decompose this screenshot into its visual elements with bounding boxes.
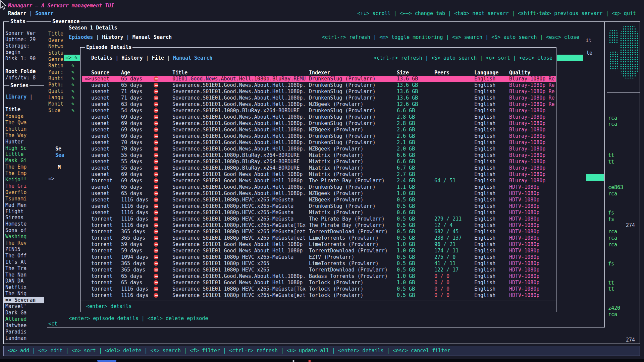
series-item[interactable]: Hunter [5,139,23,145]
release-row[interactable]: usenet69 daysSeverance.S01E01.Good.News.… [82,127,556,133]
release-row[interactable]: torrent59 daysSeverance S01E01 Good News… [82,248,556,254]
series-item[interactable]: Netflix [5,284,26,291]
release-row[interactable]: usenet1116 daysSeverance.S01E01.1080p.HE… [82,197,556,203]
release-row[interactable]: torrent65 daysSeverance.S01E01.Good.News… [82,273,556,280]
release-row[interactable]: usenet69 daysSeverance.S01E01.Good.News.… [82,114,556,120]
series-item[interactable]: Sirens [5,215,23,221]
underlay-fragment: rca [608,235,617,241]
tab-history[interactable]: History [102,34,123,40]
series-item[interactable]: The Emp [5,170,26,177]
release-row[interactable]: usenet71 daysSeverance.S01E01.Good.News.… [82,95,556,101]
cell-ttl: Severance.S01E01.1080p.BluRay.x264-BORDU… [172,165,308,171]
release-row[interactable]: usenet65 daysSeverance.S01E01.Good.News.… [82,184,556,190]
tab-manual-search[interactable]: Manual Search [132,34,172,40]
tab-history[interactable]: History [121,55,143,61]
cell-age: 1116 days [121,209,148,216]
series-item[interactable]: Paradis [5,329,26,335]
underlay-fragment: fs [608,261,614,267]
cell-idx: DrunkenSlug (Prowlarr) [309,133,393,139]
release-row[interactable]: usenet69 daysSeverance.S01E01.Good.News.… [82,120,556,127]
release-row[interactable]: usenet55 daysSeverance.S01E01.1080p.BluR… [82,165,556,171]
tab-file[interactable]: File [152,55,164,61]
release-row[interactable]: usenet65 daysSeverance.S01E01.Good.News.… [82,190,556,197]
release-row[interactable]: torrent65 daysSeverance S01E01 Good News… [82,280,556,286]
series-item[interactable]: The Emp [5,164,26,170]
release-row[interactable]: torrent365 daysSeverance S01E01 1080p HE… [82,267,556,273]
release-row[interactable]: torrent1116 daysSeverance S01E01 1080p H… [82,286,556,292]
series-item[interactable]: Dark Ga [5,310,26,316]
series-item[interactable]: Sons of [5,227,26,234]
series-item[interactable]: The Tra [5,265,26,272]
release-row[interactable]: usenet1116 daysSeverance.S01E01.1080p.HE… [82,209,556,216]
tab-library[interactable]: Library [5,94,26,100]
underlay-fragment: le [586,50,592,56]
series-item[interactable]: DAN DA [5,278,23,284]
series-item[interactable]: It's Al [5,259,26,265]
series-item[interactable]: Mad Men [5,202,26,208]
stats-line: Uptime: 29 [5,37,36,43]
cell-ttl: Severance S01E01 Good News About Hell 10… [172,241,308,248]
series-item[interactable]: Mask Gi [5,158,26,164]
series-item[interactable]: Yosuga [5,113,23,120]
series-item[interactable]: The Way [5,132,26,139]
release-row[interactable]: torrent365 daysSeverance S01E01 1080p HE… [82,229,556,235]
series-item[interactable]: PEN15 [5,246,20,253]
release-row[interactable]: usenet54 daysSeverance.S01E01.1080p.BluR… [82,108,556,114]
cell-siz: 2.7 GB [397,171,415,178]
series-item[interactable]: Overflo [5,189,26,196]
series-item[interactable]: Little [5,151,23,158]
series-item[interactable]: Flight [5,208,23,215]
cell-siz: 0.5 GB [397,254,415,260]
series-field-label: Title [48,31,64,37]
series-item[interactable]: The Gri [5,183,26,189]
series-item[interactable]: Keijo!! [5,177,26,183]
series-item[interactable]: Chillin [5,126,26,132]
release-row[interactable]: torrent1116 daysSeverance S01E01 1080p H… [82,216,556,222]
series-item[interactable]: The Off [5,253,26,259]
series-item[interactable]: Tsunami [5,196,26,202]
release-row[interactable]: usenet69 daysSeverance.S01E01.Good.News.… [82,133,556,139]
release-row[interactable]: usenet70 daysSeverance.S01E01.Good.News.… [82,146,556,152]
release-row[interactable]: torrent59 daysSeverance S01E01 Good News… [82,241,556,248]
series-item[interactable]: Batwhee [5,322,26,329]
release-row[interactable]: torrent1116 daysSeverance.S01E01.1080p.H… [82,222,556,229]
series-item[interactable]: The Nig [5,291,26,297]
selected-episode-row-highlight[interactable]: => ✎ [64,55,80,61]
release-row[interactable]: usenet65 daysSeverance.S01E01.Good.News.… [82,82,556,88]
release-row[interactable]: usenet71 daysSeverance.S01E01.Good.News.… [82,88,556,95]
series-item[interactable]: The Rev [5,240,26,246]
series-item[interactable]: Washing [5,234,26,240]
cell-ttl: Severance S01E01 1080p HEVC x265 MeGusta… [172,235,308,241]
release-row[interactable]: torrent1094 daysSeverance S01E01 1080p H… [82,254,556,260]
tab-sonarr[interactable]: Sonarr [35,10,53,16]
series-item[interactable]: Homeste [5,221,26,227]
cell-idx: LimeTorrents (Prowlarr) [309,260,393,267]
underlay-fragment: rca [608,229,617,235]
release-row[interactable]: torrent365 daysSeverance S01E01 1080p HE… [82,260,556,267]
tab-episodes[interactable]: Episodes [69,34,93,40]
release-row[interactable]: torrent365 daysSeverance S01E01 1080p HE… [82,235,556,241]
series-item[interactable]: High Sc [5,145,26,152]
series-item[interactable]: Marvel' [5,303,26,310]
stats-line: Sonarr Ver [5,30,36,37]
release-row[interactable]: usenet63 daysSeverance.S01E01.Good.News.… [82,101,556,108]
release-row[interactable]: usenet70 daysSeverance.S01E01.Good.News.… [82,139,556,146]
series-item[interactable]: The Qwa [5,120,26,126]
release-row[interactable]: usenet55 daysSeverance.S01E01.1080p.BluR… [82,152,556,159]
release-row[interactable]: usenet55 daysSeverance.S01E01.1080p.BluR… [82,159,556,165]
tab-details[interactable]: Details [91,55,112,61]
cell-src: usenet [91,171,109,178]
release-row[interactable]: torrent69 daysSeverance S01E01 Good News… [82,178,556,184]
series-item[interactable]: Landman [5,335,26,342]
release-row[interactable]: usenet69 daysSeverance S01E01 Good News … [82,171,556,178]
series-item[interactable]: The Nan [5,272,26,278]
tab-manual-search[interactable]: Manual Search [173,55,212,61]
release-row[interactable]: torrent1116 daysSeverance S01E01 1080p H… [82,292,556,299]
series-item[interactable]: Altered [5,316,26,322]
cell-lng: English [474,133,495,139]
series-item[interactable]: => Severan [5,297,36,303]
release-row[interactable]: usenet1116 daysSeverance.S01E01.1080p.HE… [82,203,556,209]
release-row[interactable]: =>usenet65 days01E01.Good.News.About.Hel… [82,76,556,82]
cell-siz: 2.6 GB [397,133,415,139]
tab-radarr[interactable]: Radarr [8,10,26,16]
